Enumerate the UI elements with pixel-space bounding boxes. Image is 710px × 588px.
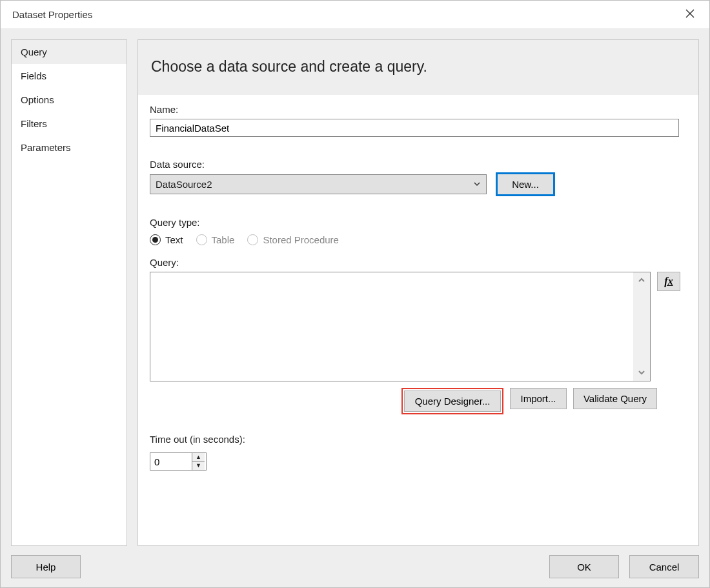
main-panel: Choose a data source and create a query.… (137, 39, 699, 546)
name-label: Name: (150, 104, 687, 115)
button-label: OK (577, 562, 591, 573)
querytype-label: Query type: (150, 217, 687, 228)
query-designer-button[interactable]: Query Designer... (404, 390, 501, 412)
timeout-input[interactable] (150, 453, 192, 470)
sidebar-item-label: Filters (21, 118, 47, 129)
chevron-up-icon (638, 275, 645, 286)
spinner-buttons: ▲ ▼ (192, 453, 205, 470)
datasource-value: DataSource2 (156, 179, 212, 190)
cancel-button[interactable]: Cancel (629, 555, 699, 578)
sidebar-item-label: Fields (21, 70, 46, 81)
ok-button[interactable]: OK (549, 555, 619, 578)
query-textarea[interactable] (150, 272, 633, 381)
chevron-down-icon (473, 179, 481, 190)
spinner-up[interactable]: ▲ (192, 453, 205, 462)
client-area: Query Fields Options Filters Parameters … (1, 29, 709, 587)
new-datasource-button[interactable]: New... (497, 174, 554, 195)
sidebar: Query Fields Options Filters Parameters (11, 39, 127, 546)
panes: Query Fields Options Filters Parameters … (11, 39, 699, 546)
radio-dot-icon (247, 234, 258, 245)
radio-label: Table (212, 234, 235, 245)
query-label: Query: (150, 257, 687, 268)
spinner-down[interactable]: ▼ (192, 462, 205, 471)
query-textarea-wrap (150, 272, 651, 381)
button-label: New... (512, 179, 539, 190)
sidebar-item-label: Options (21, 94, 54, 105)
dialog-footer: Help OK Cancel (11, 546, 699, 587)
sidebar-item-parameters[interactable]: Parameters (12, 136, 127, 159)
help-button[interactable]: Help (11, 555, 81, 578)
validate-query-button[interactable]: Validate Query (573, 388, 657, 409)
fx-icon: fx (664, 276, 673, 287)
import-button[interactable]: Import... (510, 388, 567, 409)
timeout-label: Time out (in seconds): (150, 434, 687, 445)
sidebar-item-options[interactable]: Options (12, 88, 127, 112)
button-label: Help (36, 562, 56, 573)
datasource-select[interactable]: DataSource2 (150, 174, 487, 194)
close-button[interactable] (680, 5, 700, 25)
scrollbar[interactable] (633, 272, 650, 381)
sidebar-item-filters[interactable]: Filters (12, 112, 127, 136)
radio-stored-procedure: Stored Procedure (247, 234, 339, 245)
query-actions: Query Designer... Import... Validate Que… (401, 388, 687, 414)
window-title: Dataset Properties (12, 9, 92, 20)
name-input[interactable] (150, 119, 679, 137)
radio-label: Text (165, 234, 183, 245)
panel-header: Choose a data source and create a query. (138, 40, 698, 95)
timeout-spinner[interactable]: ▲ ▼ (150, 452, 207, 471)
button-label: Validate Query (583, 393, 647, 404)
radio-text[interactable]: Text (150, 234, 183, 245)
form-area: Name: Data source: DataSource2 New... (138, 95, 698, 545)
chevron-down-icon (638, 367, 645, 378)
datasource-label: Data source: (150, 159, 687, 170)
sidebar-item-query[interactable]: Query (12, 40, 127, 64)
radio-table: Table (196, 234, 235, 245)
expression-button[interactable]: fx (657, 272, 680, 291)
querytype-radios: Text Table Stored Procedure (150, 234, 687, 245)
close-icon (685, 9, 695, 20)
radio-label: Stored Procedure (263, 234, 339, 245)
button-label: Import... (520, 393, 556, 404)
radio-dot-icon (196, 234, 207, 245)
sidebar-item-label: Parameters (21, 142, 71, 153)
sidebar-item-label: Query (21, 46, 47, 57)
sidebar-item-fields[interactable]: Fields (12, 64, 127, 88)
titlebar: Dataset Properties (1, 1, 709, 29)
dialog-window: Dataset Properties Query Fields Options … (0, 0, 710, 588)
button-label: Query Designer... (415, 396, 491, 407)
radio-dot-icon (150, 234, 161, 245)
button-label: Cancel (649, 562, 680, 573)
highlight-annotation: Query Designer... (401, 388, 503, 414)
